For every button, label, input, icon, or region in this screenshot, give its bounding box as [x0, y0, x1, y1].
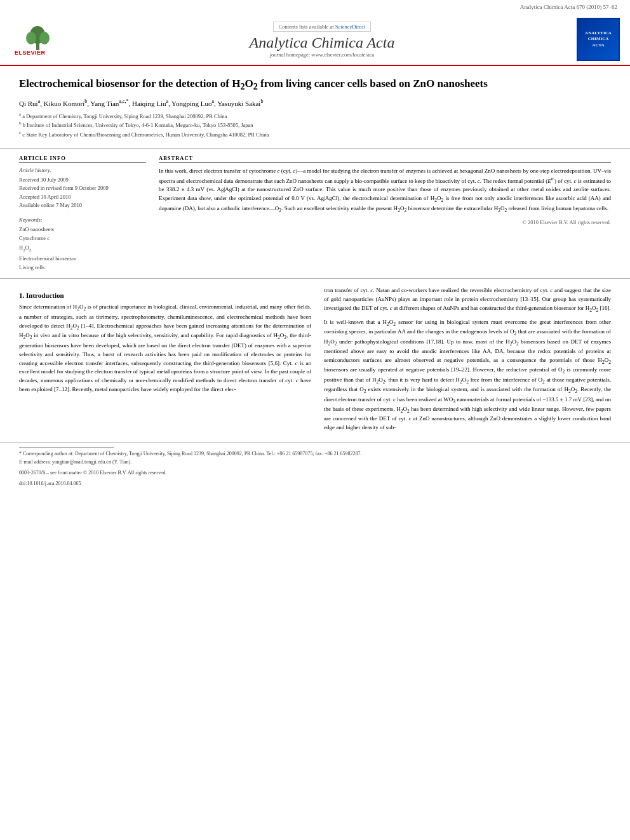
body-right-column: tron transfer of cyt. c. Natan and co-wo…	[324, 286, 611, 436]
keyword5: Living cells	[19, 263, 146, 272]
keywords-section: Keywords: ZnO nanosheets Cytochrome c H2…	[19, 217, 146, 272]
keyword4: Electrochemical biosensor	[19, 254, 146, 263]
issn-line: 0003-2670/$ – see front matter © 2010 El…	[19, 469, 611, 477]
contents-label: Contents lists available at	[279, 23, 334, 30]
affiliation-c: c c State Key Laboratory of Chemo/Biosen…	[19, 130, 611, 139]
journal-header: ELSEVIER Contents lists available at Sci…	[0, 13, 630, 66]
title-text-start: Electrochemical biosensor for the detect…	[19, 77, 240, 90]
accepted-date: Accepted 30 April 2010	[19, 193, 146, 202]
keyword1: ZnO nanosheets	[19, 225, 146, 234]
title-sub1: 2	[240, 81, 245, 91]
received-date: Received 30 July 2009	[19, 176, 146, 185]
elsevier-logo-svg: ELSEVIER	[13, 22, 64, 57]
author1-sup: a	[38, 98, 41, 104]
author4-sup: a	[166, 98, 168, 104]
sciencedirect-link[interactable]: ScienceDirect	[335, 23, 366, 30]
keyword2: Cytochrome c	[19, 234, 146, 243]
author1-name: Qi Rui	[19, 100, 38, 107]
copyright-line: © 2010 Elsevier B.V. All rights reserved…	[159, 219, 611, 225]
corresponding-footnote: * Corresponding author at: Department of…	[19, 450, 611, 458]
history-label: Article history:	[19, 167, 146, 173]
author6-name: Yasuyuki Sakai	[217, 100, 260, 107]
homepage-label: journal homepage: www.elsevier.com/locat…	[270, 51, 375, 58]
article-info-column: ARTICLE INFO Article history: Received 3…	[19, 155, 146, 272]
abstract-text: In this work, direct electron transfer o…	[159, 167, 611, 215]
article-info-header: ARTICLE INFO	[19, 155, 146, 163]
keywords-label: Keywords:	[19, 217, 146, 223]
section1-title: 1. Introduction	[19, 291, 311, 299]
svg-text:ELSEVIER: ELSEVIER	[15, 50, 46, 56]
article-title-section: Electrochemical biosensor for the detect…	[0, 66, 630, 149]
abstract-header: ABSTRACT	[159, 155, 611, 163]
body-section: 1. Introduction Since determination of H…	[0, 279, 630, 443]
title-sub2: 2	[253, 81, 258, 91]
journal-homepage: journal homepage: www.elsevier.com/locat…	[74, 51, 570, 58]
footnotes-area: * Corresponding author at: Department of…	[0, 443, 630, 490]
svg-point-4	[39, 32, 50, 44]
svg-point-3	[26, 32, 36, 44]
article-info-abstract-section: ARTICLE INFO Article history: Received 3…	[0, 149, 630, 279]
journal-logo-icon: ANALYTICACHIMICAACTA	[577, 18, 620, 61]
received-revised-date: Received in revised form 9 October 2009	[19, 184, 146, 193]
journal-title: Analytica Chimica Acta	[74, 34, 570, 51]
author3-asterisk: *	[126, 98, 128, 104]
author3-name: Yang Tian	[90, 100, 119, 107]
affiliation-a: a a Department of Chemistry, Tongji Univ…	[19, 111, 611, 121]
author2-name: Kikuo Komori	[44, 100, 84, 107]
abstract-column: ABSTRACT In this work, direct electron t…	[159, 155, 611, 272]
intro-para2: tron transfer of cyt. c. Natan and co-wo…	[324, 286, 611, 314]
citation-text: Analytica Chimica Acta 670 (2010) 57–62	[520, 4, 617, 10]
journal-header-center: Contents lists available at ScienceDirec…	[74, 22, 570, 58]
author2-sup: b	[84, 98, 87, 104]
author5-name: Yongping Luo	[171, 100, 211, 107]
title-text-end: from living cancer cells based on ZnO na…	[258, 77, 488, 90]
title-text-o: O	[245, 77, 253, 90]
author5-sup: a	[211, 98, 214, 104]
affiliations: a a Department of Chemistry, Tongji Univ…	[19, 111, 611, 139]
citation-bar: Analytica Chimica Acta 670 (2010) 57–62	[0, 0, 630, 13]
author3-sup: a,c,	[119, 98, 126, 104]
intro-para1: Since determination of H2O2 is of practi…	[19, 303, 311, 394]
affiliation-b: b b Institute of Industrial Sciences, Un…	[19, 120, 611, 130]
article-main-title: Electrochemical biosensor for the detect…	[19, 76, 611, 93]
doi-line: doi:10.1016/j.aca.2010.04.065	[19, 480, 611, 488]
author6-sup: b	[260, 98, 263, 104]
author4-name: Haiqing Liu	[132, 100, 166, 107]
email-footnote: E-mail address: yangtian@mail.tongji.edu…	[19, 458, 611, 467]
keyword3: H2O2	[19, 243, 146, 254]
sciencedirect-box: Contents lists available at ScienceDirec…	[273, 22, 372, 32]
elsevier-logo-area: ELSEVIER	[10, 22, 67, 57]
authors-line: Qi Ruia, Kikuo Komorib, Yang Tiana,c,*, …	[19, 98, 611, 107]
available-date: Available online 7 May 2010	[19, 201, 146, 210]
intro-para3: It is well-known that a H2O2 sensor for …	[324, 318, 611, 433]
body-left-column: 1. Introduction Since determination of H…	[19, 286, 311, 436]
